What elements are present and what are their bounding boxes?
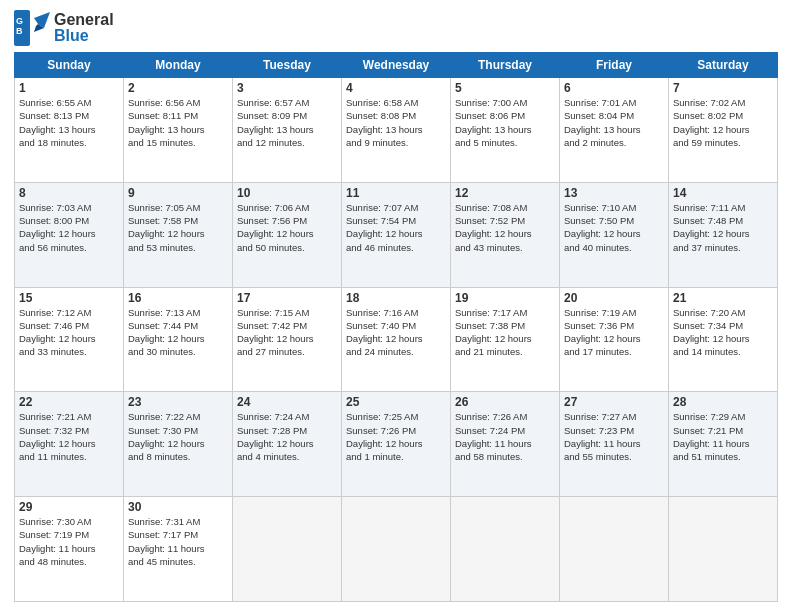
day-info: Sunrise: 7:26 AM Sunset: 7:24 PM Dayligh… bbox=[455, 410, 555, 463]
day-number: 12 bbox=[455, 186, 555, 200]
day-info: Sunrise: 7:30 AM Sunset: 7:19 PM Dayligh… bbox=[19, 515, 119, 568]
day-info: Sunrise: 7:29 AM Sunset: 7:21 PM Dayligh… bbox=[673, 410, 773, 463]
day-number: 16 bbox=[128, 291, 228, 305]
calendar-cell: 18Sunrise: 7:16 AM Sunset: 7:40 PM Dayli… bbox=[342, 287, 451, 392]
calendar-cell: 12Sunrise: 7:08 AM Sunset: 7:52 PM Dayli… bbox=[451, 182, 560, 287]
calendar-week-2: 8Sunrise: 7:03 AM Sunset: 8:00 PM Daylig… bbox=[15, 182, 778, 287]
calendar-cell: 20Sunrise: 7:19 AM Sunset: 7:36 PM Dayli… bbox=[560, 287, 669, 392]
calendar-cell: 29Sunrise: 7:30 AM Sunset: 7:19 PM Dayli… bbox=[15, 497, 124, 602]
day-info: Sunrise: 7:19 AM Sunset: 7:36 PM Dayligh… bbox=[564, 306, 664, 359]
day-info: Sunrise: 6:55 AM Sunset: 8:13 PM Dayligh… bbox=[19, 96, 119, 149]
calendar-cell bbox=[451, 497, 560, 602]
col-tuesday: Tuesday bbox=[233, 53, 342, 78]
col-wednesday: Wednesday bbox=[342, 53, 451, 78]
calendar-cell: 22Sunrise: 7:21 AM Sunset: 7:32 PM Dayli… bbox=[15, 392, 124, 497]
day-number: 1 bbox=[19, 81, 119, 95]
calendar-cell: 14Sunrise: 7:11 AM Sunset: 7:48 PM Dayli… bbox=[669, 182, 778, 287]
col-friday: Friday bbox=[560, 53, 669, 78]
calendar-week-4: 22Sunrise: 7:21 AM Sunset: 7:32 PM Dayli… bbox=[15, 392, 778, 497]
day-number: 24 bbox=[237, 395, 337, 409]
calendar-cell: 6Sunrise: 7:01 AM Sunset: 8:04 PM Daylig… bbox=[560, 78, 669, 183]
page: G B General Blue bbox=[0, 0, 792, 612]
day-info: Sunrise: 7:01 AM Sunset: 8:04 PM Dayligh… bbox=[564, 96, 664, 149]
day-info: Sunrise: 7:25 AM Sunset: 7:26 PM Dayligh… bbox=[346, 410, 446, 463]
day-info: Sunrise: 7:17 AM Sunset: 7:38 PM Dayligh… bbox=[455, 306, 555, 359]
day-number: 7 bbox=[673, 81, 773, 95]
calendar-cell: 30Sunrise: 7:31 AM Sunset: 7:17 PM Dayli… bbox=[124, 497, 233, 602]
calendar-week-3: 15Sunrise: 7:12 AM Sunset: 7:46 PM Dayli… bbox=[15, 287, 778, 392]
col-monday: Monday bbox=[124, 53, 233, 78]
svg-text:G: G bbox=[16, 16, 23, 26]
day-number: 6 bbox=[564, 81, 664, 95]
day-number: 21 bbox=[673, 291, 773, 305]
calendar-cell bbox=[233, 497, 342, 602]
day-number: 11 bbox=[346, 186, 446, 200]
calendar-cell: 24Sunrise: 7:24 AM Sunset: 7:28 PM Dayli… bbox=[233, 392, 342, 497]
day-info: Sunrise: 7:31 AM Sunset: 7:17 PM Dayligh… bbox=[128, 515, 228, 568]
day-info: Sunrise: 7:15 AM Sunset: 7:42 PM Dayligh… bbox=[237, 306, 337, 359]
day-info: Sunrise: 7:08 AM Sunset: 7:52 PM Dayligh… bbox=[455, 201, 555, 254]
day-info: Sunrise: 7:06 AM Sunset: 7:56 PM Dayligh… bbox=[237, 201, 337, 254]
day-number: 8 bbox=[19, 186, 119, 200]
day-number: 4 bbox=[346, 81, 446, 95]
day-info: Sunrise: 6:58 AM Sunset: 8:08 PM Dayligh… bbox=[346, 96, 446, 149]
day-number: 27 bbox=[564, 395, 664, 409]
day-number: 2 bbox=[128, 81, 228, 95]
day-number: 18 bbox=[346, 291, 446, 305]
day-info: Sunrise: 7:24 AM Sunset: 7:28 PM Dayligh… bbox=[237, 410, 337, 463]
day-info: Sunrise: 6:57 AM Sunset: 8:09 PM Dayligh… bbox=[237, 96, 337, 149]
weekday-header-row: Sunday Monday Tuesday Wednesday Thursday… bbox=[15, 53, 778, 78]
day-number: 13 bbox=[564, 186, 664, 200]
logo-blue: Blue bbox=[54, 27, 89, 44]
calendar-cell: 28Sunrise: 7:29 AM Sunset: 7:21 PM Dayli… bbox=[669, 392, 778, 497]
day-number: 22 bbox=[19, 395, 119, 409]
day-info: Sunrise: 7:10 AM Sunset: 7:50 PM Dayligh… bbox=[564, 201, 664, 254]
calendar-cell: 19Sunrise: 7:17 AM Sunset: 7:38 PM Dayli… bbox=[451, 287, 560, 392]
logo-general: General bbox=[54, 11, 114, 28]
day-number: 3 bbox=[237, 81, 337, 95]
svg-text:B: B bbox=[16, 26, 23, 36]
calendar-week-1: 1Sunrise: 6:55 AM Sunset: 8:13 PM Daylig… bbox=[15, 78, 778, 183]
calendar-week-5: 29Sunrise: 7:30 AM Sunset: 7:19 PM Dayli… bbox=[15, 497, 778, 602]
calendar-cell: 8Sunrise: 7:03 AM Sunset: 8:00 PM Daylig… bbox=[15, 182, 124, 287]
calendar-cell: 25Sunrise: 7:25 AM Sunset: 7:26 PM Dayli… bbox=[342, 392, 451, 497]
calendar-cell: 17Sunrise: 7:15 AM Sunset: 7:42 PM Dayli… bbox=[233, 287, 342, 392]
calendar-cell: 4Sunrise: 6:58 AM Sunset: 8:08 PM Daylig… bbox=[342, 78, 451, 183]
day-number: 20 bbox=[564, 291, 664, 305]
day-number: 19 bbox=[455, 291, 555, 305]
calendar-cell: 26Sunrise: 7:26 AM Sunset: 7:24 PM Dayli… bbox=[451, 392, 560, 497]
day-info: Sunrise: 7:07 AM Sunset: 7:54 PM Dayligh… bbox=[346, 201, 446, 254]
calendar-cell: 5Sunrise: 7:00 AM Sunset: 8:06 PM Daylig… bbox=[451, 78, 560, 183]
calendar-cell: 15Sunrise: 7:12 AM Sunset: 7:46 PM Dayli… bbox=[15, 287, 124, 392]
day-info: Sunrise: 7:11 AM Sunset: 7:48 PM Dayligh… bbox=[673, 201, 773, 254]
logo: G B General Blue bbox=[14, 10, 114, 46]
day-info: Sunrise: 7:21 AM Sunset: 7:32 PM Dayligh… bbox=[19, 410, 119, 463]
day-number: 10 bbox=[237, 186, 337, 200]
calendar: Sunday Monday Tuesday Wednesday Thursday… bbox=[14, 52, 778, 602]
day-info: Sunrise: 7:13 AM Sunset: 7:44 PM Dayligh… bbox=[128, 306, 228, 359]
day-number: 30 bbox=[128, 500, 228, 514]
day-info: Sunrise: 7:03 AM Sunset: 8:00 PM Dayligh… bbox=[19, 201, 119, 254]
calendar-cell: 27Sunrise: 7:27 AM Sunset: 7:23 PM Dayli… bbox=[560, 392, 669, 497]
calendar-cell: 3Sunrise: 6:57 AM Sunset: 8:09 PM Daylig… bbox=[233, 78, 342, 183]
calendar-cell: 16Sunrise: 7:13 AM Sunset: 7:44 PM Dayli… bbox=[124, 287, 233, 392]
calendar-cell: 9Sunrise: 7:05 AM Sunset: 7:58 PM Daylig… bbox=[124, 182, 233, 287]
calendar-cell bbox=[669, 497, 778, 602]
calendar-cell: 21Sunrise: 7:20 AM Sunset: 7:34 PM Dayli… bbox=[669, 287, 778, 392]
day-info: Sunrise: 7:02 AM Sunset: 8:02 PM Dayligh… bbox=[673, 96, 773, 149]
day-number: 14 bbox=[673, 186, 773, 200]
col-saturday: Saturday bbox=[669, 53, 778, 78]
day-number: 25 bbox=[346, 395, 446, 409]
day-number: 23 bbox=[128, 395, 228, 409]
header: G B General Blue bbox=[14, 10, 778, 46]
day-info: Sunrise: 7:00 AM Sunset: 8:06 PM Dayligh… bbox=[455, 96, 555, 149]
day-number: 26 bbox=[455, 395, 555, 409]
day-info: Sunrise: 7:27 AM Sunset: 7:23 PM Dayligh… bbox=[564, 410, 664, 463]
day-number: 17 bbox=[237, 291, 337, 305]
day-number: 15 bbox=[19, 291, 119, 305]
day-info: Sunrise: 7:16 AM Sunset: 7:40 PM Dayligh… bbox=[346, 306, 446, 359]
day-number: 9 bbox=[128, 186, 228, 200]
day-info: Sunrise: 7:20 AM Sunset: 7:34 PM Dayligh… bbox=[673, 306, 773, 359]
calendar-cell: 10Sunrise: 7:06 AM Sunset: 7:56 PM Dayli… bbox=[233, 182, 342, 287]
calendar-cell: 2Sunrise: 6:56 AM Sunset: 8:11 PM Daylig… bbox=[124, 78, 233, 183]
